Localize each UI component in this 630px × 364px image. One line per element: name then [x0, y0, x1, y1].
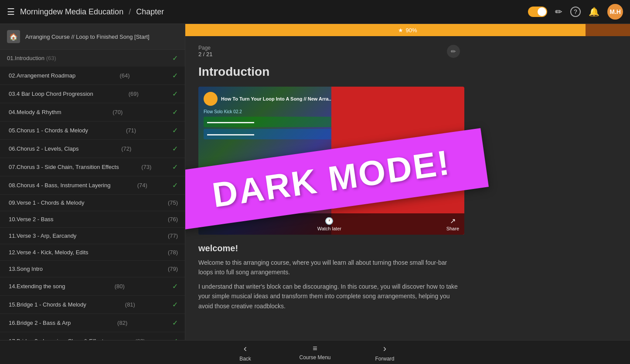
sidebar-item-16[interactable]: 16.Bridge 2 - Bass & Arp (82) ✓: [0, 314, 185, 332]
content-area: ★ 90% Page 2 / 21 ✏ Introduction: [185, 24, 630, 340]
check-14: ✓: [172, 282, 178, 290]
sidebar-item-10[interactable]: 10.Verse 2 - Bass (76): [0, 211, 185, 228]
avatar[interactable]: M.H: [607, 4, 623, 20]
check-05: ✓: [172, 126, 178, 135]
section-label: 01.Introduction (63): [7, 55, 56, 61]
sidebar-item-15[interactable]: 15.Bridge 1 - Chords & Melody (81) ✓: [0, 296, 185, 314]
welcome-title: welcome!: [198, 243, 460, 253]
check-08: ✓: [172, 181, 178, 189]
sidebar-item-02[interactable]: 02.Arrangement Roadmap (64) ✓: [0, 67, 185, 85]
video-title-text: How To Turn Your Loop Into A Song // New…: [221, 96, 333, 101]
sidebar-item-08[interactable]: 08.Chorus 4 - Bass, Instrument Layering …: [0, 176, 185, 195]
item-label-13: 13.Song Intro: [9, 266, 43, 272]
hamburger-icon[interactable]: ☰: [7, 7, 15, 17]
sidebar: 🏠 Arranging Course // Loop to Finished S…: [0, 24, 185, 340]
nav-left: ☰ Morningdew Media Education / Chapter: [7, 7, 523, 17]
back-button[interactable]: ‹ Back: [211, 343, 280, 362]
item-label-02: 02.Arrangement Roadmap: [9, 72, 75, 79]
welcome-paragraph-2: I understand that writer's block can be …: [198, 282, 460, 311]
sidebar-item-03[interactable]: 03.4 Bar Loop Chord Progression (69) ✓: [0, 85, 185, 103]
sidebar-item-13[interactable]: 13.Song Intro (79): [0, 261, 185, 277]
bottom-navigation: ‹ Back ≡ Course Menu › Forward: [0, 340, 630, 364]
item-label-16: 16.Bridge 2 - Bass & Arp: [9, 320, 71, 326]
main-layout: 🏠 Arranging Course // Loop to Finished S…: [0, 24, 630, 340]
edit-icon[interactable]: ✏: [555, 7, 562, 17]
item-label-11: 11.Verse 3 - Arp, Earcandy: [9, 233, 76, 239]
page-meta: Page 2 / 21 ✏: [198, 45, 460, 58]
sidebar-course-title: Arranging Course // Loop to Finished Son…: [25, 34, 150, 40]
menu-icon: ≡: [313, 344, 317, 353]
item-label-09: 09.Verse 1 - Chords & Melody: [9, 199, 84, 206]
share-icon: ↗: [450, 217, 456, 225]
item-label-12: 12.Verse 4 - Kick, Melody, Edits: [9, 249, 89, 256]
sidebar-item-17[interactable]: 17.Bridge 3 - Layering, Claps & Effects …: [0, 332, 185, 340]
sidebar-item-12[interactable]: 12.Verse 4 - Kick, Melody, Edits (78): [0, 244, 185, 261]
check-07: ✓: [172, 163, 178, 171]
check-17: ✓: [172, 337, 178, 340]
forward-button[interactable]: › Forward: [350, 343, 420, 362]
welcome-section: welcome! Welcome to this arranging cours…: [198, 243, 460, 311]
back-icon: ‹: [244, 343, 247, 354]
menu-label: Course Menu: [299, 354, 330, 361]
progress-star-icon: ★: [398, 27, 403, 34]
course-menu-button[interactable]: ≡ Course Menu: [280, 344, 350, 361]
sidebar-item-14[interactable]: 14.Extending the song (80) ✓: [0, 277, 185, 296]
forward-label: Forward: [375, 356, 394, 362]
clock-icon: 🕐: [325, 217, 334, 225]
check-06: ✓: [172, 145, 178, 153]
item-label-05: 05.Chorus 1 - Chords & Melody: [9, 127, 88, 134]
item-label-06: 06.Chorus 2 - Levels, Claps: [9, 145, 78, 152]
sidebar-item-07[interactable]: 07.Chorus 3 - Side Chain, Transition Eff…: [0, 158, 185, 176]
item-label-07: 07.Chorus 3 - Side Chain, Transition Eff…: [9, 164, 119, 170]
progress-bar-container: ★ 90%: [185, 24, 630, 36]
item-label-04: 04.Melody & Rhythm: [9, 109, 61, 115]
progress-percent: 90%: [405, 27, 417, 34]
home-icon[interactable]: 🏠: [7, 30, 20, 43]
video-section: How To Turn Your Loop Into A Song // New…: [198, 87, 464, 235]
sidebar-section-01[interactable]: 01.Introduction (63) ✓: [0, 50, 185, 67]
share-label: Share: [446, 226, 459, 231]
forward-icon: ›: [383, 343, 386, 354]
check-03: ✓: [172, 90, 178, 98]
sidebar-header: 🏠 Arranging Course // Loop to Finished S…: [0, 24, 185, 50]
item-label-17: 17.Bridge 3 - Layering, Claps & Effects: [9, 338, 106, 340]
share-button[interactable]: ↗ Share: [446, 217, 459, 231]
sidebar-item-11[interactable]: 11.Verse 3 - Arp, Earcandy (77): [0, 228, 185, 244]
welcome-paragraph-1: Welcome to this arranging course, where …: [198, 258, 460, 277]
page-title: Introduction: [198, 65, 460, 79]
item-label-14: 14.Extending the song: [9, 283, 65, 290]
nav-separator: /: [129, 7, 131, 17]
watch-later-button[interactable]: 🕐 Watch later: [317, 217, 341, 231]
watch-later-label: Watch later: [317, 226, 341, 231]
item-label-15: 15.Bridge 1 - Chords & Melody: [9, 301, 86, 308]
check-02: ✓: [172, 71, 178, 80]
page-label: Page: [198, 45, 213, 51]
section-check-icon: ✓: [172, 54, 178, 62]
nav-chapter: Chapter: [136, 7, 164, 17]
item-label-08: 08.Chorus 4 - Bass, Instrument Layering: [9, 182, 110, 189]
dark-mode-toggle[interactable]: [528, 7, 547, 17]
top-navigation: ☰ Morningdew Media Education / Chapter ✏…: [0, 0, 630, 24]
check-16: ✓: [172, 319, 178, 327]
sidebar-item-04[interactable]: 04.Melody & Rhythm (70) ✓: [0, 103, 185, 121]
app-title: Morningdew Media Education: [20, 7, 123, 17]
item-label-03: 03.4 Bar Loop Chord Progression: [9, 91, 93, 97]
page-content: Page 2 / 21 ✏ Introduction: [185, 36, 473, 324]
item-label-10: 10.Verse 2 - Bass: [9, 216, 54, 222]
back-label: Back: [239, 356, 251, 362]
progress-text: ★ 90%: [185, 27, 630, 34]
check-15: ✓: [172, 300, 178, 309]
nav-right: ✏ ? 🔔 M.H: [528, 4, 623, 20]
bell-icon[interactable]: 🔔: [589, 7, 599, 17]
sidebar-item-06[interactable]: 06.Chorus 2 - Levels, Claps (72) ✓: [0, 140, 185, 158]
check-04: ✓: [172, 108, 178, 116]
page-number: 2 / 21: [198, 51, 213, 57]
help-icon[interactable]: ?: [570, 7, 581, 17]
sidebar-item-05[interactable]: 05.Chorus 1 - Chords & Melody (71) ✓: [0, 121, 185, 140]
sidebar-item-09[interactable]: 09.Verse 1 - Chords & Melody (75): [0, 195, 185, 211]
page-edit-icon[interactable]: ✏: [447, 45, 460, 58]
page-info: Page 2 / 21: [198, 45, 213, 57]
